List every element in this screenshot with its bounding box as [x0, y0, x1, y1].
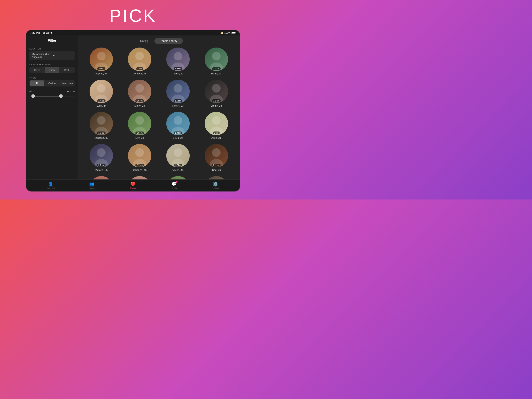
person-card[interactable]: 2.6 km	[122, 176, 157, 180]
bottom-nav: 👤Contacts👥Hangouts❤️Dating💬4Chats⚙️Setti…	[26, 180, 240, 191]
svg-point-29	[174, 84, 182, 93]
svg-rect-1	[235, 32, 236, 33]
content-area: Dating People nearby 565 mSophie, 24 1 k…	[78, 35, 240, 180]
show-all[interactable]: All	[30, 80, 44, 86]
main-area: Filter LOCATION My location (Los Angeles…	[26, 35, 240, 180]
show-online[interactable]: Online	[45, 80, 59, 86]
person-name: Rumi, 19	[211, 72, 222, 75]
age-slider-thumb-right[interactable]	[59, 94, 63, 98]
status-time: 7:22 PM Tue Apr 6	[30, 31, 53, 34]
show-label: SHOW	[29, 77, 75, 79]
status-right: 100%	[221, 32, 236, 34]
battery-icon	[232, 32, 236, 34]
tab-dating[interactable]: Dating	[135, 38, 153, 44]
svg-point-49	[212, 116, 221, 125]
distance-badge: 1.8 km	[135, 131, 144, 135]
person-card[interactable]: 1.8 kmVanessa, 30	[84, 112, 119, 139]
nav-item-dating[interactable]: ❤️Dating	[127, 182, 139, 189]
person-card[interactable]: 1.6 kmEmmy, 28	[199, 80, 234, 107]
distance-badge: 2.2 km	[174, 164, 182, 167]
nav-item-contacts[interactable]: 👤Contacts	[45, 182, 57, 189]
person-card[interactable]: 1.5 kmKristin, 23	[160, 80, 196, 107]
person-name: Luna, 24	[96, 104, 106, 107]
svg-point-41	[135, 116, 144, 125]
nav-label: Chats	[171, 187, 177, 189]
distance-badge: 1.2 km	[212, 67, 221, 70]
person-name: Marie, 24	[134, 104, 145, 107]
avatar	[89, 176, 113, 180]
show-new-users[interactable]: New Users	[60, 80, 74, 86]
svg-point-57	[135, 148, 144, 157]
battery-level: 100%	[224, 32, 230, 34]
svg-point-9	[135, 52, 144, 60]
person-card[interactable]: 1.5 kmMarie, 24	[122, 80, 157, 107]
person-card[interactable]: 2.2 kmTina, 26	[199, 144, 234, 171]
nav-label: Hangouts	[88, 187, 96, 189]
svg-point-21	[97, 84, 106, 93]
person-card[interactable]: 1.2 kmRumi, 19	[199, 48, 234, 75]
device-frame: 7:22 PM Tue Apr 6 100% Filter LOCATION M…	[26, 30, 240, 192]
toggle-guys[interactable]: Guys	[30, 67, 44, 73]
person-card[interactable]: 565 mSophie, 24	[84, 48, 119, 75]
status-bar: 7:22 PM Tue Apr 6 100%	[26, 30, 240, 35]
wifi-icon	[221, 32, 223, 34]
person-card[interactable]: 3 km	[199, 176, 234, 180]
toggle-girls[interactable]: Girls	[45, 67, 59, 73]
interested-in-label: I'M INTERESTED IN	[29, 64, 75, 66]
sidebar: Filter LOCATION My location (Los Angeles…	[26, 35, 78, 180]
person-card[interactable]: 1.8 kmLilly, 23	[122, 112, 157, 139]
distance-badge: 2.1 km	[135, 164, 144, 167]
nav-label: Dating	[130, 187, 136, 189]
svg-point-45	[174, 116, 182, 125]
nav-item-hangouts[interactable]: 👥Hangouts	[86, 182, 98, 189]
person-card[interactable]: 2.1 kmVictoria, 25	[84, 144, 119, 171]
arrow-icon: ➤	[53, 54, 72, 57]
age-label: AGE	[29, 90, 34, 93]
person-card[interactable]: 1.2 kmAisha, 29	[160, 48, 196, 75]
person-card[interactable]: 2.1 kmJohanna, 45	[122, 144, 157, 171]
svg-point-80	[205, 176, 228, 180]
distance-badge: 1.5 km	[174, 99, 182, 102]
age-range: 18 - 50	[67, 90, 75, 93]
age-slider-track[interactable]	[29, 96, 75, 97]
distance-badge: 1.4 km	[97, 99, 106, 102]
person-card[interactable]: 1 kmJennifer, 31	[122, 48, 157, 75]
person-card[interactable]: 2.4 km	[84, 176, 119, 180]
interested-in-section: I'M INTERESTED IN Guys Girls Both	[29, 64, 75, 73]
filter-title: Filter	[29, 39, 75, 44]
location-label: LOCATION	[29, 48, 75, 50]
nav-badge-dot: 4	[176, 181, 177, 183]
person-name: Victoria, 25	[95, 168, 108, 171]
toggle-both[interactable]: Both	[60, 67, 74, 73]
distance-badge: 1.5 km	[135, 99, 144, 102]
location-section: LOCATION My location (Los Angeles) ➤	[29, 48, 75, 60]
nav-item-settings[interactable]: ⚙️Settings	[209, 182, 221, 189]
svg-point-37	[97, 116, 106, 125]
distance-badge: 1.8 km	[97, 131, 106, 135]
distance-badge: 2.2 km	[212, 164, 221, 167]
tab-bar: Dating People nearby	[78, 35, 240, 45]
svg-point-76	[166, 176, 190, 180]
distance-badge: 1.9 km	[174, 131, 182, 135]
age-slider-thumb-left[interactable]	[31, 94, 35, 98]
person-card[interactable]: 1.4 kmLuna, 24	[84, 80, 119, 107]
svg-point-13	[174, 52, 182, 60]
people-grid: 565 mSophie, 24 1 kmJennifer, 31 1.2 kmA…	[78, 45, 240, 180]
person-card[interactable]: 1.9 kmSilvia, 27	[160, 112, 196, 139]
person-name: Jennifer, 31	[133, 72, 146, 75]
person-name: Aisha, 29	[173, 72, 183, 75]
nav-icon: ⚙️	[213, 182, 218, 187]
person-name: Emmy, 28	[211, 104, 222, 107]
location-input[interactable]: My location (Los Angeles) ➤	[29, 51, 75, 60]
nav-icon: 👥	[89, 182, 95, 187]
person-card[interactable]: 2 kmAlice, 21	[199, 112, 234, 139]
age-section: AGE 18 - 50	[29, 90, 75, 97]
svg-point-25	[135, 84, 144, 93]
person-card[interactable]: 3 km	[160, 176, 196, 180]
nav-icon: ❤️	[130, 182, 136, 187]
tab-people-nearby[interactable]: People nearby	[154, 38, 183, 44]
age-slider-fill	[33, 96, 61, 97]
nav-item-chats[interactable]: 💬4Chats	[168, 182, 180, 189]
person-card[interactable]: 2.2 kmVivien, 43	[160, 144, 196, 171]
nav-icon: 👤	[48, 182, 53, 187]
